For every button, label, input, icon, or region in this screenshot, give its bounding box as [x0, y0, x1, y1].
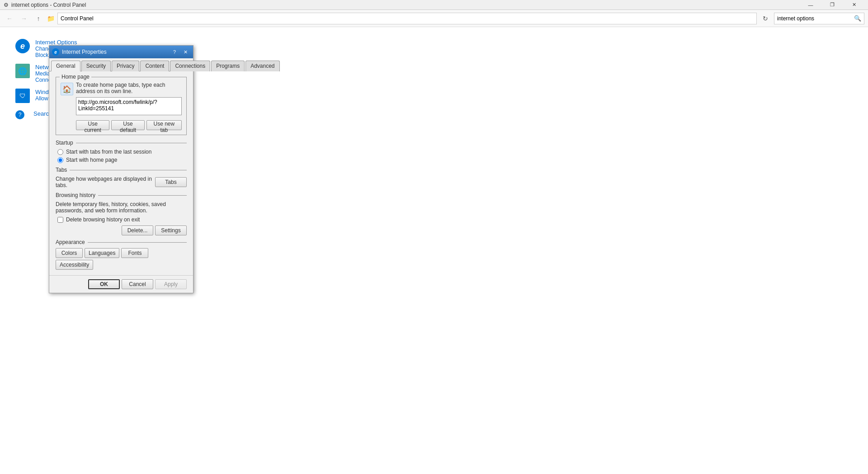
tabs-desc: Change how webpages are displayed in tab…: [56, 176, 152, 188]
history-label: Browsing history: [56, 192, 95, 198]
tab-general[interactable]: General: [51, 61, 80, 71]
history-checkbox-row: Delete browsing history on exit: [56, 216, 187, 223]
accessibility-button[interactable]: Accessibility: [56, 260, 93, 270]
fonts-button[interactable]: Fonts: [121, 248, 148, 258]
startup-line: [76, 143, 187, 143]
startup-section: Startup Start with tabs from the last se…: [56, 140, 187, 163]
dialog-close-button[interactable]: ✕: [180, 48, 190, 56]
dialog-icon: e: [52, 48, 59, 56]
tabs-row: Change how webpages are displayed in tab…: [56, 176, 187, 188]
tabs-section: Tabs Change how webpages are displayed i…: [56, 167, 187, 188]
history-line: [98, 195, 187, 196]
back-button[interactable]: ←: [4, 13, 15, 24]
minimize-button[interactable]: —: [800, 0, 821, 10]
appearance-buttons: Colors Languages Fonts Accessibility: [56, 248, 187, 270]
internet-options-icon: e: [15, 39, 30, 53]
tab-programs[interactable]: Programs: [211, 61, 245, 71]
apply-button[interactable]: Apply: [155, 279, 187, 289]
dialog-help-button[interactable]: ?: [170, 48, 179, 56]
homepage-right: To create home page tabs, type each addr…: [76, 82, 182, 130]
delete-history-label[interactable]: Delete browsing history on exit: [66, 216, 140, 223]
window-title: internet options - Control Panel: [11, 2, 797, 8]
refresh-button[interactable]: ↻: [760, 13, 771, 24]
delete-history-checkbox[interactable]: [57, 217, 63, 223]
internet-options-title[interactable]: Internet Options: [35, 39, 129, 46]
window-icon: ⚙: [4, 2, 9, 8]
history-desc: Delete temporary files, history, cookies…: [56, 201, 187, 214]
address-bar: ← → ↑ 📁 Control Panel ↻ 🔍: [0, 10, 868, 27]
internet-properties-dialog: e Internet Properties ? ✕ General Securi…: [49, 45, 193, 293]
homepage-content: 🏠 To create home page tabs, type each ad…: [61, 82, 182, 130]
dialog-title: Internet Properties: [62, 49, 167, 55]
dialog-body: Home page 🏠 To create home page tabs, ty…: [49, 71, 193, 275]
use-default-button[interactable]: Use default: [111, 120, 144, 130]
startup-option1-radio[interactable]: [57, 149, 63, 155]
appearance-label: Appearance: [56, 239, 85, 245]
tab-security[interactable]: Security: [81, 61, 111, 71]
languages-button[interactable]: Languages: [85, 248, 119, 258]
appearance-section: Appearance Colors Languages Fonts Access…: [56, 239, 187, 270]
tabs-header: Tabs: [56, 167, 187, 173]
close-window-button[interactable]: ✕: [844, 0, 864, 10]
history-settings-button[interactable]: Settings: [155, 225, 187, 235]
tab-advanced[interactable]: Advanced: [245, 61, 279, 71]
startup-option1-label[interactable]: Start with tabs from the last session: [66, 149, 151, 155]
dialog-titlebar: e Internet Properties ? ✕: [49, 46, 193, 58]
folder-icon: 📁: [47, 15, 55, 22]
forward-button[interactable]: →: [18, 13, 30, 24]
startup-option1-row: Start with tabs from the last session: [56, 149, 187, 155]
history-header: Browsing history: [56, 192, 187, 198]
network-icon: 🌐: [15, 64, 30, 78]
tab-connections[interactable]: Connections: [170, 61, 210, 71]
startup-option2-radio[interactable]: [57, 157, 63, 163]
cancel-button[interactable]: Cancel: [122, 279, 153, 289]
appearance-header: Appearance: [56, 239, 187, 245]
history-buttons: Delete... Settings: [56, 225, 187, 235]
dialog-footer: OK Cancel Apply: [49, 275, 193, 293]
maximize-button[interactable]: ❐: [822, 0, 843, 10]
colors-button[interactable]: Colors: [56, 248, 83, 258]
ok-button[interactable]: OK: [88, 279, 120, 289]
use-new-tab-button[interactable]: Use new tab: [146, 120, 182, 130]
home-icon: 🏠: [61, 83, 73, 95]
homepage-textarea[interactable]: http://go.microsoft.com/fwlink/p/?LinkId…: [76, 97, 182, 115]
homepage-desc: To create home page tabs, type each addr…: [76, 82, 182, 94]
browsing-history-section: Browsing history Delete temporary files,…: [56, 192, 187, 235]
startup-option2-label[interactable]: Start with home page: [66, 157, 117, 163]
startup-label: Startup: [56, 140, 73, 146]
tabs-label: Tabs: [56, 167, 67, 173]
homepage-textarea-wrap: http://go.microsoft.com/fwlink/p/?LinkId…: [76, 97, 182, 117]
search-box: 🔍: [774, 13, 864, 24]
titlebar-buttons: — ❐ ✕: [800, 0, 864, 10]
startup-header: Startup: [56, 140, 187, 146]
tab-content[interactable]: Content: [140, 61, 169, 71]
delete-button[interactable]: Delete...: [122, 225, 153, 235]
help-icon: ?: [15, 110, 24, 119]
tabs-line: [70, 170, 187, 170]
startup-option2-row: Start with home page: [56, 157, 187, 163]
window-titlebar: ⚙ internet options - Control Panel — ❐ ✕: [0, 0, 868, 10]
homepage-section: Home page 🏠 To create home page tabs, ty…: [56, 77, 187, 135]
use-current-button[interactable]: Use current: [76, 120, 109, 130]
appearance-line: [88, 242, 187, 243]
dialog-tabs: General Security Privacy Content Connect…: [49, 58, 193, 71]
tab-privacy[interactable]: Privacy: [112, 61, 139, 71]
up-button[interactable]: ↑: [33, 13, 44, 24]
windows-icon: 🛡: [15, 89, 30, 103]
dialog-controls: ? ✕: [170, 48, 190, 56]
breadcrumb[interactable]: Control Panel: [57, 13, 757, 24]
homepage-buttons: Use current Use default Use new tab: [76, 120, 182, 130]
breadcrumb-item: Control Panel: [61, 15, 94, 22]
tabs-button[interactable]: Tabs: [155, 177, 187, 187]
homepage-legend: Home page: [60, 74, 91, 80]
search-button[interactable]: 🔍: [854, 15, 861, 22]
search-input[interactable]: [777, 15, 854, 22]
